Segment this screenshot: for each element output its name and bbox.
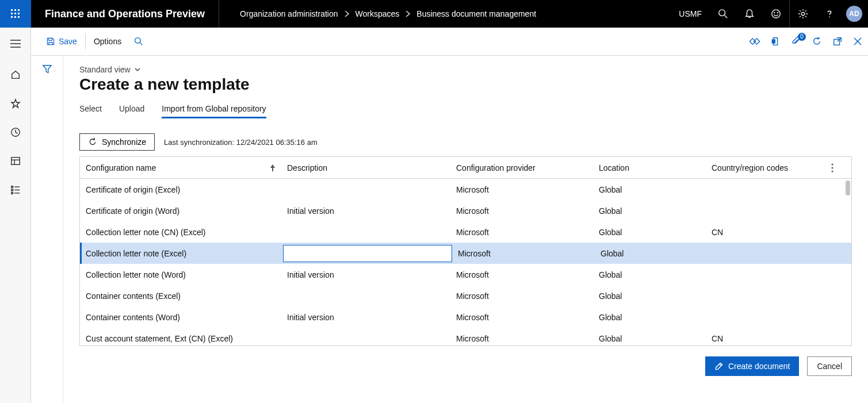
save-button[interactable]: Save (39, 28, 84, 55)
smiley-icon[interactable] (763, 0, 789, 28)
svg-rect-32 (750, 39, 755, 44)
svg-rect-3 (11, 13, 13, 14)
star-icon[interactable] (4, 94, 27, 113)
svg-rect-5 (18, 13, 20, 14)
avatar[interactable]: AD (846, 6, 862, 22)
open-excel-icon[interactable] (770, 36, 781, 47)
modules-icon[interactable] (4, 181, 27, 199)
table-row[interactable]: Collection letter note (CN) (Excel) Micr… (80, 221, 851, 243)
create-document-button[interactable]: Create document (705, 356, 799, 376)
svg-rect-6 (11, 16, 13, 18)
create-document-label: Create document (728, 362, 790, 371)
home-icon[interactable] (4, 66, 27, 84)
cell-provider: Microsoft (450, 185, 593, 194)
cell-provider: Microsoft (450, 334, 593, 343)
bell-icon[interactable] (736, 0, 763, 28)
help-icon[interactable] (816, 0, 843, 28)
table-row[interactable]: Certificate of origin (Excel) Microsoft … (80, 179, 851, 200)
close-icon[interactable] (853, 37, 862, 46)
breadcrumb: Organization administration Workspaces B… (219, 9, 536, 18)
svg-rect-0 (11, 9, 13, 11)
attachments-badge: 0 (798, 33, 806, 41)
svg-point-38 (832, 163, 833, 165)
cell-config-name: Container contents (Word) (80, 313, 281, 322)
cell-config-name: Container contents (Excel) (80, 291, 281, 301)
left-nav (0, 28, 31, 403)
synchronize-button[interactable]: Synchronize (79, 133, 155, 151)
breadcrumb-item[interactable]: Workspaces (355, 9, 400, 18)
table-row-selected[interactable]: Collection letter note (Excel) Microsoft… (80, 243, 851, 264)
cell-location: Global (593, 206, 706, 216)
cell-description: Initial version (281, 313, 450, 322)
actionpane-search-icon[interactable] (128, 28, 149, 55)
refresh-icon[interactable] (812, 36, 822, 47)
column-location[interactable]: Location (593, 163, 706, 172)
cell-location: Global (593, 313, 706, 322)
gear-icon[interactable] (790, 0, 816, 28)
svg-rect-1 (14, 9, 16, 11)
column-description[interactable]: Description (281, 163, 450, 172)
cell-location: Global (595, 249, 708, 258)
cell-provider: Microsoft (450, 206, 593, 216)
breadcrumb-item[interactable]: Business document management (416, 9, 536, 18)
topbar-right: USMF AD (671, 0, 868, 28)
column-provider[interactable]: Configuration provider (450, 163, 593, 172)
table-row[interactable]: Container contents (Excel) Microsoft Glo… (80, 285, 851, 306)
pencil-icon (714, 362, 724, 371)
filter-pane-toggle[interactable] (31, 56, 63, 403)
cell-description: Initial version (281, 206, 450, 216)
last-sync-value: 12/24/2021 06:35:16 am (236, 138, 318, 147)
chevron-right-icon (405, 11, 411, 17)
view-name-label: Standard view (79, 65, 131, 74)
svg-point-40 (832, 170, 833, 172)
scrollbar-thumb[interactable] (846, 181, 850, 195)
chevron-down-icon (134, 66, 141, 73)
cell-provider: Microsoft (452, 249, 595, 258)
cell-config-name: Collection letter note (CN) (Excel) (80, 228, 281, 237)
svg-rect-26 (11, 189, 13, 191)
workspace-icon[interactable] (4, 152, 27, 170)
svg-point-13 (774, 13, 775, 13)
table-row[interactable]: Cust account statement, Ext (CN) (Excel)… (80, 328, 851, 346)
related-info-icon[interactable] (750, 36, 760, 47)
grid-options-icon[interactable] (827, 163, 838, 172)
table-row[interactable]: Collection letter note (Word) Initial ve… (80, 264, 851, 285)
svg-line-31 (140, 43, 143, 45)
cell-provider: Microsoft (450, 228, 593, 237)
tab-upload[interactable]: Upload (119, 104, 144, 118)
app-title: Finance and Operations Preview (31, 0, 219, 28)
save-label: Save (59, 37, 77, 46)
company-picker[interactable]: USMF (671, 9, 710, 18)
menu-icon[interactable] (4, 34, 27, 53)
synchronize-label: Synchronize (102, 137, 146, 147)
cancel-button[interactable]: Cancel (807, 356, 852, 376)
popout-icon[interactable] (832, 36, 843, 47)
tab-select[interactable]: Select (79, 104, 102, 118)
column-country[interactable]: Country/region codes (706, 163, 827, 172)
refresh-icon (88, 137, 97, 147)
clock-icon[interactable] (4, 123, 27, 141)
search-icon[interactable] (710, 0, 736, 28)
app-launcher-button[interactable] (0, 0, 31, 28)
table-row[interactable]: Container contents (Word) Initial versio… (80, 306, 851, 328)
view-selector[interactable]: Standard view (79, 65, 852, 74)
svg-line-10 (725, 16, 728, 18)
options-button[interactable]: Options (87, 28, 128, 55)
last-sync-label: Last synchronization: (164, 138, 236, 147)
svg-point-15 (801, 12, 804, 15)
last-sync-text: Last synchronization: 12/24/2021 06:35:1… (164, 138, 318, 147)
options-label: Options (94, 37, 121, 46)
chevron-right-icon (344, 11, 350, 17)
svg-rect-28 (11, 193, 13, 194)
tab-import[interactable]: Import from Global repository (162, 104, 266, 118)
cell-location: Global (593, 291, 706, 301)
svg-point-30 (135, 38, 141, 44)
attachments-icon[interactable]: 0 (791, 36, 801, 47)
table-row[interactable]: Certificate of origin (Word) Initial ver… (80, 200, 851, 221)
grid-body: Certificate of origin (Excel) Microsoft … (80, 179, 851, 346)
cell-location: Global (593, 270, 706, 279)
breadcrumb-item[interactable]: Organization administration (240, 9, 338, 18)
svg-rect-7 (14, 16, 16, 18)
column-config-name[interactable]: Configuration name (80, 163, 281, 172)
cell-description-input[interactable] (283, 245, 452, 262)
